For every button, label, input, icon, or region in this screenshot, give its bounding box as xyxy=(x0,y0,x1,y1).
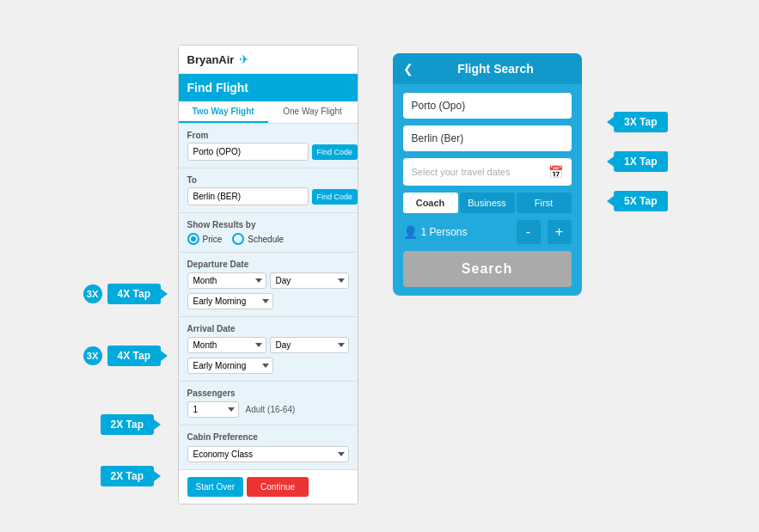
right-to-input[interactable] xyxy=(403,125,572,151)
passengers-select[interactable]: 1 xyxy=(187,401,239,418)
cabin-section: Cabin Preference Economy Class xyxy=(179,425,358,470)
right-panel: ❮ Flight Search Select your travel dates… xyxy=(393,53,582,296)
arrival-tap-label: 4X Tap xyxy=(107,345,161,366)
passengers-label: Passengers xyxy=(187,388,349,398)
cabin-select[interactable]: Economy Class xyxy=(187,446,349,462)
from-find-code-button[interactable]: Find Code xyxy=(312,144,358,160)
business-button[interactable]: Business xyxy=(460,193,515,213)
flight-search-title: Flight Search xyxy=(420,62,572,76)
tab-row: Two Way Flight One Way Flight xyxy=(179,101,358,124)
departure-tap-circle: 3X xyxy=(83,284,102,303)
bottom-buttons: Start Over Continue xyxy=(179,470,358,504)
price-radio-option[interactable]: Price xyxy=(187,233,223,245)
search-button[interactable]: Search xyxy=(403,251,572,287)
persons-count: 1 Persons xyxy=(421,226,468,238)
persons-icon: 👤 xyxy=(403,225,418,239)
class-tap-label: 1X Tap xyxy=(614,151,667,172)
to-input[interactable] xyxy=(187,187,309,205)
find-flight-bar: Find Flight xyxy=(179,74,358,101)
from-section: From Find Code xyxy=(179,124,358,168)
first-button[interactable]: First xyxy=(517,193,572,213)
adult-label: Adult (16-64) xyxy=(246,405,296,414)
left-panel: BryanAir ✈ Find Flight Two Way Flight On… xyxy=(178,45,358,504)
persons-tap-label: 5X Tap xyxy=(614,191,667,211)
counter-minus-button[interactable]: - xyxy=(517,220,541,244)
schedule-radio-circle[interactable] xyxy=(232,233,244,245)
app-header: BryanAir ✈ xyxy=(179,46,358,74)
to-find-code-button[interactable]: Find Code xyxy=(312,189,358,205)
departure-month-select[interactable]: Month xyxy=(187,272,266,289)
right-body: Select your travel dates 📅 Coach Busines… xyxy=(393,84,582,296)
to-section: To Find Code xyxy=(179,168,358,213)
schedule-radio-label: Schedule xyxy=(248,235,284,244)
persons-label: 👤 1 Persons xyxy=(403,225,510,239)
tab-two-way[interactable]: Two Way Flight xyxy=(179,101,268,123)
calendar-icon: 📅 xyxy=(548,165,563,179)
departure-date-section: Departure Date Month Day Early Morning xyxy=(179,253,358,317)
departure-day-select[interactable]: Day xyxy=(270,272,349,289)
back-arrow-icon[interactable]: ❮ xyxy=(403,62,413,76)
arrival-day-select[interactable]: Day xyxy=(270,337,349,353)
date-input-row[interactable]: Select your travel dates 📅 xyxy=(403,158,572,186)
price-radio-label: Price xyxy=(203,235,223,244)
show-results-section: Show Results by Price Schedule xyxy=(179,213,358,253)
right-header: ❮ Flight Search xyxy=(393,53,582,84)
date-tap-label: 3X Tap xyxy=(614,112,667,132)
show-results-label: Show Results by xyxy=(187,220,349,229)
coach-button[interactable]: Coach xyxy=(403,193,458,213)
plane-icon: ✈ xyxy=(239,52,249,66)
passengers-section: Passengers 1 Adult (16-64) xyxy=(179,382,358,425)
to-label: To xyxy=(187,175,349,185)
continue-button[interactable]: Continue xyxy=(247,477,309,497)
date-placeholder: Select your travel dates xyxy=(412,167,545,177)
from-input[interactable] xyxy=(187,143,309,161)
arrival-month-select[interactable]: Month xyxy=(187,337,266,353)
departure-tap-label: 4X Tap xyxy=(107,284,161,304)
counter-plus-button[interactable]: + xyxy=(548,220,572,244)
arrival-date-section: Arrival Date Month Day Early Morning xyxy=(179,317,358,382)
start-over-button[interactable]: Start Over xyxy=(187,477,244,497)
cabin-label: Cabin Preference xyxy=(187,432,349,442)
class-buttons: Coach Business First xyxy=(403,193,572,213)
persons-row: 👤 1 Persons - + xyxy=(403,220,572,244)
arrival-time-select[interactable]: Early Morning xyxy=(187,358,273,374)
brand-name: BryanAir xyxy=(187,53,235,66)
right-from-input[interactable] xyxy=(403,93,572,119)
tab-one-way[interactable]: One Way Flight xyxy=(268,101,358,123)
from-label: From xyxy=(187,131,349,140)
arrival-tap-circle: 3X xyxy=(83,346,102,365)
price-radio-circle[interactable] xyxy=(187,233,199,245)
departure-time-select[interactable]: Early Morning xyxy=(187,293,273,309)
passengers-tap-label: 2X Tap xyxy=(101,414,154,435)
arrival-date-label: Arrival Date xyxy=(187,324,349,333)
cabin-tap-label: 2X Tap xyxy=(101,466,154,486)
departure-date-label: Departure Date xyxy=(187,260,349,269)
schedule-radio-option[interactable]: Schedule xyxy=(232,233,284,245)
